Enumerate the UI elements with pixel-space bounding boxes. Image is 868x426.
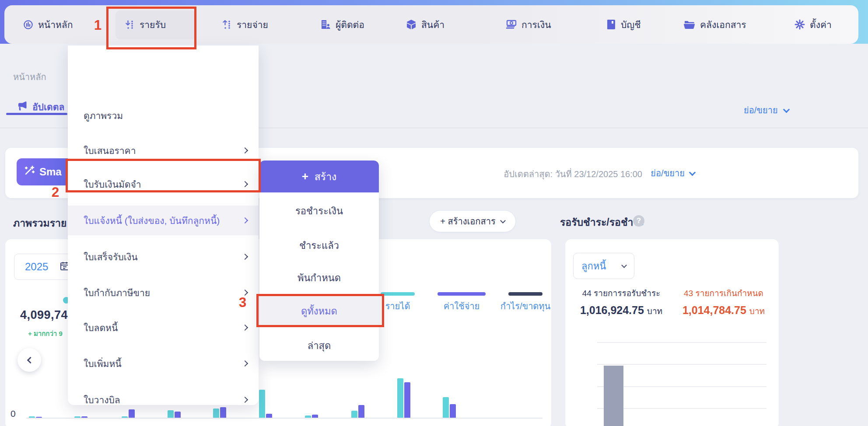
invoice-submenu: + สร้าง รอชำระเงินชำระแล้วพ้นกำหนดดูทั้ง…: [259, 161, 379, 361]
nav-item-label: บัญชี: [621, 17, 640, 32]
chevron-down-icon: [783, 106, 790, 113]
nav-item-accounting[interactable]: บัญชี: [606, 5, 640, 44]
debtor-filter-select[interactable]: ลูกหนี้: [573, 253, 634, 279]
app-screen: หน้าหลักรายรับรายจ่ายผู้ติดต่อสินค้าการเ…: [0, 0, 868, 426]
chevron-right-icon: [242, 325, 248, 331]
income-bar: [29, 416, 35, 418]
menu-item-label: ใบเสร็จรับเงิน: [84, 250, 138, 264]
dashboard-icon: [23, 20, 33, 30]
chevron-right-icon: [242, 147, 248, 154]
overdue-summary: 43 รายการเกินกำหนด 1,014,784.75 บาท: [676, 286, 772, 318]
settings-icon: [794, 19, 805, 30]
submenu-item-label: พ้นกำหนด: [298, 270, 341, 286]
chevron-left-icon: [27, 356, 34, 363]
nav-item-label: ตั้งค่า: [810, 17, 832, 32]
help-icon[interactable]: ?: [633, 215, 644, 227]
chevron-right-icon: [242, 217, 248, 223]
nav-item-products[interactable]: สินค้า: [406, 5, 444, 44]
menu-item-10[interactable]: นำเข้าเอกสาร: [68, 421, 259, 426]
collapse-expand-link-top[interactable]: ย่อ/ขยาย: [744, 103, 789, 117]
nav-item-expense[interactable]: รายจ่าย: [222, 5, 268, 44]
menu-item-label: ใบแจ้งหนี้ (ใบส่งของ, บันทึกลูกหนี้): [84, 213, 220, 228]
megaphone-icon: [17, 101, 28, 113]
overview-section-title: ภาพรวมราย: [13, 215, 66, 231]
chevron-down-icon: [621, 262, 627, 268]
menu-item-1[interactable]: ดูภาพรวม: [68, 101, 259, 130]
year-value: 2025: [25, 261, 48, 273]
expense-bar: [404, 382, 410, 418]
nav-item-label: คลังเอกสาร: [700, 17, 746, 32]
income-bar: [74, 416, 80, 418]
collapse-expand-link-smart[interactable]: ย่อ/ขยาย: [651, 166, 695, 180]
mini-chart-bar: [604, 366, 623, 426]
expense-bar: [450, 404, 456, 418]
income-bar: [122, 416, 128, 418]
menu-item-6[interactable]: ใบกำกับภาษีขาย: [68, 278, 259, 307]
expense-bar: [358, 405, 364, 418]
menu-item-label: ดูภาพรวม: [84, 108, 123, 123]
income-bar: [351, 411, 357, 418]
submenu-item-3[interactable]: พ้นกำหนด: [259, 262, 379, 293]
annotation-number-1: 1: [94, 17, 102, 33]
tab-updates[interactable]: อัปเดตล: [17, 100, 64, 114]
nav-item-label: ผู้ติดต่อ: [336, 17, 364, 32]
expense-bar: [81, 416, 88, 418]
submenu-item-2[interactable]: ชำระแล้ว: [259, 230, 379, 261]
nav-item-label: สินค้า: [421, 17, 444, 32]
chevron-right-icon: [242, 254, 248, 260]
documents-icon: [684, 20, 695, 29]
menu-item-9[interactable]: ใบวางบิล: [68, 385, 259, 415]
breadcrumb[interactable]: หน้าหลัก: [13, 70, 46, 84]
nav-item-label: รายจ่าย: [237, 17, 268, 32]
nav-item-home[interactable]: หน้าหลัก: [23, 5, 73, 44]
carousel-back-button[interactable]: [18, 348, 41, 372]
income-bar: [259, 390, 265, 418]
magic-wand-icon: [24, 165, 35, 179]
plus-icon: +: [302, 170, 308, 183]
menu-item-5[interactable]: ใบเสร็จรับเงิน: [68, 242, 259, 272]
menu-item-label: ใบวางบิล: [84, 393, 120, 407]
menu-item-label: ใบกำกับภาษีขาย: [84, 286, 150, 300]
annotation-box-step3: [256, 294, 384, 327]
overdue-count: 43 รายการเกินกำหนด: [676, 286, 772, 300]
legend-label: กำไร/ขาดทุน: [495, 299, 556, 313]
expense-bar: [312, 415, 318, 418]
menu-item-7[interactable]: ใบลดหนี้: [68, 313, 259, 342]
submenu-item-1[interactable]: รอชำระเงิน: [259, 196, 379, 226]
menu-item-8[interactable]: ใบเพิ่มหนี้: [68, 349, 259, 378]
nav-item-settings[interactable]: ตั้งค่า: [794, 5, 832, 44]
income-dropdown-menu: ดูภาพรวมใบเสนอราคาใบรับเงินมัดจำใบแจ้งหน…: [68, 45, 259, 405]
expense-bar: [36, 417, 42, 418]
pending-panel-title: รอรับชำระ/รอชำระ: [560, 214, 644, 230]
menu-item-label: ใบเสนอราคา: [84, 143, 136, 158]
annotation-box-step2: [66, 159, 261, 192]
chevron-down-icon: [500, 218, 506, 223]
finance-icon: [505, 20, 517, 29]
revenue-growth-note: + มากกว่า 9: [28, 328, 63, 339]
annotation-box-step1: [106, 7, 196, 49]
menu-item-4[interactable]: ใบแจ้งหนี้ (ใบส่งของ, บันทึกลูกหนี้): [68, 206, 259, 235]
legend-swatch: [438, 292, 486, 296]
submenu-create-button[interactable]: + สร้าง: [259, 161, 379, 192]
submenu-item-5[interactable]: ล่าสุด: [259, 330, 379, 361]
menu-item-label: ใบเพิ่มหนี้: [84, 356, 122, 371]
create-document-label: + สร้างเอกสาร: [440, 214, 495, 228]
receivable-count: 44 รายการรอรับชำระ: [573, 286, 669, 300]
income-bar: [443, 397, 449, 418]
expense-icon: [222, 19, 232, 30]
contacts-icon: [320, 19, 331, 30]
nav-item-label: การเงิน: [522, 17, 551, 32]
collapse-expand-label: ย่อ/ขยาย: [744, 103, 778, 117]
nav-item-documents[interactable]: คลังเอกสาร: [684, 5, 746, 44]
collapse-expand-label: ย่อ/ขยาย: [651, 166, 685, 180]
tab-updates-label: อัปเดตล: [32, 100, 64, 114]
nav-item-contacts[interactable]: ผู้ติดต่อ: [320, 5, 364, 44]
products-icon: [406, 19, 416, 30]
debtor-filter-value: ลูกหนี้: [581, 258, 606, 274]
chevron-right-icon: [242, 360, 248, 367]
expense-bar: [266, 414, 272, 418]
y-axis-zero-label: 0: [10, 409, 16, 419]
nav-item-finance[interactable]: การเงิน: [505, 5, 551, 44]
submenu-item-label: ชำระแล้ว: [299, 238, 339, 253]
create-document-button[interactable]: + สร้างเอกสาร: [430, 211, 515, 232]
